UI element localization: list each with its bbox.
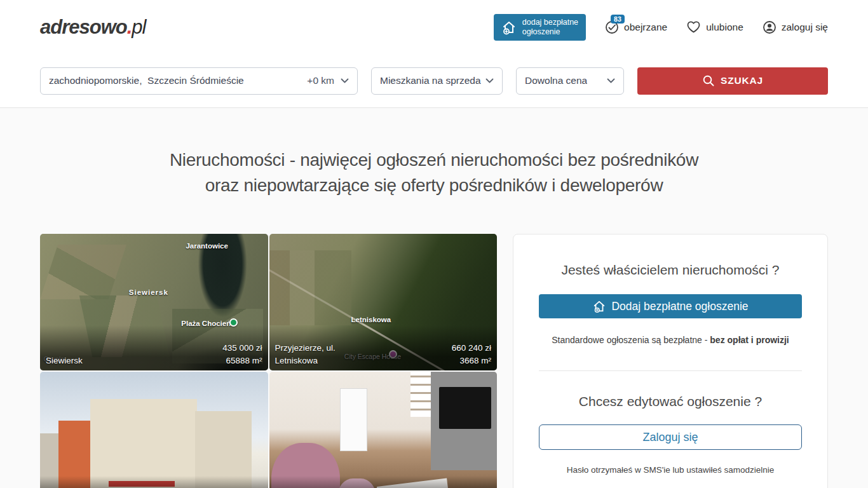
edit-heading: Chcesz edytować ogłoszenie ? <box>539 394 802 409</box>
photo-bookshelf <box>410 372 431 417</box>
owner-note: Standardowe ogłoszenia są bezpłatne - be… <box>539 335 802 345</box>
sidebar-add-listing-button[interactable]: Dodaj bezpłatne ogłoszenie <box>539 294 802 318</box>
listing-card[interactable]: Jarantowice Siewiersk Plaża Chocień Czup… <box>40 234 268 370</box>
listing-location: Siewiersk <box>46 355 83 367</box>
check-circle-icon: 83 <box>605 20 619 34</box>
page-title: Nieruchomości - najwięcej ogłoszeń nieru… <box>0 147 868 198</box>
user-icon <box>763 20 776 34</box>
top-bar: adresowo.pl dodaj bezpłatne ogłoszenie <box>0 0 868 54</box>
listing-price: 660 240 zł <box>452 342 491 355</box>
owner-note-bold: bez opłat i prowizji <box>710 335 789 345</box>
search-button-label: SZUKAJ <box>721 75 763 86</box>
heart-icon <box>686 20 701 34</box>
sidebar-login-button[interactable]: Zaloguj się <box>539 424 802 450</box>
listing-area: 3668 m² <box>452 355 491 367</box>
map-label: Siewiersk <box>129 288 168 296</box>
login-link[interactable]: zaloguj się <box>763 20 828 34</box>
house-plus-icon <box>592 299 606 313</box>
search-icon <box>702 74 715 87</box>
category-select[interactable]: Mieszkania na sprzeda <box>371 67 503 95</box>
owner-sidebar: Jesteś właścicielem nieruchomości ? Doda… <box>513 234 828 488</box>
top-actions: dodaj bezpłatne ogłoszenie 83 obejrzane … <box>494 14 828 41</box>
listing-caption: Przyjezierze, ul. Letniskowa 660 240 zł … <box>269 325 498 370</box>
listing-caption: Lublin Śródmieście, ul. 545 000 zł <box>40 476 268 488</box>
map-label: Letniskowa <box>351 316 391 323</box>
location-field[interactable]: zachodniopomorskie, Szczecin Śródmieście… <box>40 67 358 95</box>
listing-area: 65888 m² <box>222 355 262 367</box>
listing-grid: Jarantowice Siewiersk Plaża Chocień Czup… <box>40 234 497 488</box>
photo-cabinet <box>340 388 367 451</box>
viewed-label: obejrzane <box>624 22 667 33</box>
radius-value: +0 km <box>307 75 334 86</box>
owner-section: Jesteś właścicielem nieruchomości ? Doda… <box>539 234 802 370</box>
sidebar-add-listing-label: Dodaj bezpłatne ogłoszenie <box>611 300 748 313</box>
listing-caption: Siewiersk 435 000 zł 65888 m² <box>40 325 268 370</box>
edit-note: Hasło otrzymałeś w SMS'ie lub ustawiłeś … <box>539 465 802 475</box>
location-value: zachodniopomorskie, Szczecin Śródmieście <box>49 75 244 86</box>
price-value: Dowolna cena <box>525 75 587 86</box>
map-field-patch <box>40 245 126 299</box>
logo-tld: pl <box>132 16 146 38</box>
viewed-count-badge: 83 <box>611 15 625 24</box>
favorites-link[interactable]: ulubione <box>686 20 743 34</box>
chevron-down-icon <box>607 78 615 83</box>
listing-card[interactable]: Letniskowa City Escape House Przyjezierz… <box>269 234 498 370</box>
listing-card[interactable]: Wola Zgłobieńska 890 000 zł <box>269 372 498 488</box>
main-content: Nieruchomości - najwięcej ogłoszeń nieru… <box>0 108 868 488</box>
listing-price: 435 000 zł <box>222 342 262 355</box>
site-logo[interactable]: adresowo.pl <box>40 16 146 39</box>
add-listing-button[interactable]: dodaj bezpłatne ogłoszenie <box>494 14 586 41</box>
favorites-label: ulubione <box>706 22 743 33</box>
listing-location: Przyjezierze, ul. Letniskowa <box>275 342 351 367</box>
photo-tv <box>439 387 491 430</box>
map-label: Jarantowice <box>186 242 227 250</box>
search-button[interactable]: SZUKAJ <box>637 67 828 95</box>
logo-brand: adresowo <box>40 16 127 38</box>
photo-building-main <box>90 399 197 488</box>
chevron-down-icon <box>341 78 349 83</box>
map-field-patch <box>269 250 351 325</box>
viewed-link[interactable]: 83 obejrzane <box>605 20 667 34</box>
house-plus-icon <box>501 20 517 35</box>
add-listing-label: dodaj bezpłatne ogłoszenie <box>522 18 578 37</box>
price-select[interactable]: Dowolna cena <box>516 67 624 95</box>
listing-card[interactable]: Lublin Śródmieście, ul. 545 000 zł <box>40 372 268 488</box>
listing-caption: Wola Zgłobieńska 890 000 zł <box>269 476 498 488</box>
edit-section: Chcesz edytować ogłoszenie ? Zaloguj się… <box>539 370 802 488</box>
chevron-down-icon <box>485 78 494 83</box>
owner-heading: Jesteś właścicielem nieruchomości ? <box>539 262 802 278</box>
login-label: zaloguj się <box>782 22 828 33</box>
category-value: Mieszkania na sprzeda <box>380 75 481 86</box>
search-bar: zachodniopomorskie, Szczecin Śródmieście… <box>0 54 868 108</box>
